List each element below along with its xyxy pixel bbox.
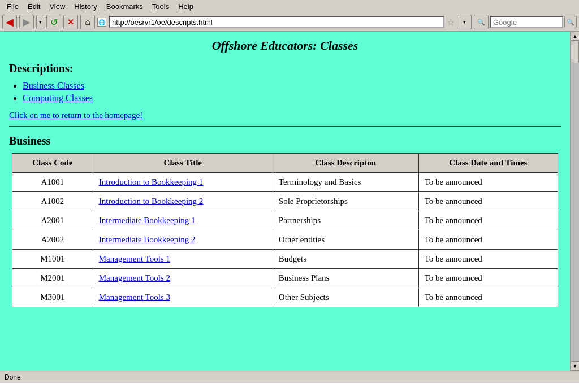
cell-code: M3001	[12, 288, 93, 307]
class-title-link[interactable]: Management Tools 3	[99, 293, 170, 302]
search-container: 🔍 🔍	[474, 15, 577, 29]
menu-history[interactable]: History	[70, 1, 101, 12]
menu-tools[interactable]: Tools	[148, 1, 174, 12]
cell-code: A1002	[12, 192, 93, 211]
cell-dates: To be announced	[418, 173, 558, 192]
cell-title: Management Tools 3	[93, 288, 273, 307]
cell-dates: To be announced	[418, 211, 558, 230]
table-header-row: Class Code Class Title Class Descripton …	[12, 154, 558, 173]
cell-dates: To be announced	[418, 230, 558, 250]
cell-description: Other Subjects	[273, 288, 418, 307]
cell-description: Budgets	[273, 250, 418, 269]
table-row: M1001Management Tools 1BudgetsTo be anno…	[12, 250, 558, 269]
cell-code: A2001	[12, 211, 93, 230]
cell-dates: To be announced	[418, 288, 558, 307]
col-header-description: Class Descripton	[273, 154, 418, 173]
table-row: M2001Management Tools 2Business PlansTo …	[12, 269, 558, 288]
cell-code: A1001	[12, 173, 93, 192]
scrollbar: ▲ ▼	[570, 32, 579, 371]
class-table: Class Code Class Title Class Descripton …	[12, 153, 558, 307]
table-row: A1001Introduction to Bookkeeping 1Termin…	[12, 173, 558, 192]
address-bar-container: 🌐 ☆ ▾	[97, 15, 472, 29]
menu-bookmarks[interactable]: Bookmarks	[102, 1, 148, 12]
col-header-title: Class Title	[93, 154, 273, 173]
scrollbar-track[interactable]	[571, 41, 579, 361]
address-icon: 🌐	[97, 18, 106, 27]
divider	[9, 126, 561, 127]
nav-links-list: Business Classes Computing Classes	[9, 81, 561, 103]
forward-button[interactable]: ▶	[19, 15, 34, 29]
address-input[interactable]	[109, 16, 444, 28]
scrollbar-up-button[interactable]: ▲	[571, 32, 579, 41]
computing-classes-link[interactable]: Computing Classes	[23, 93, 93, 103]
nav-dropdown-button[interactable]: ▾	[36, 15, 44, 29]
table-row: A2002Intermediate Bookkeeping 2Other ent…	[12, 230, 558, 250]
class-title-link[interactable]: Intermediate Bookkeeping 1	[99, 216, 196, 225]
cell-code: M2001	[12, 269, 93, 288]
toolbar: ◀ ▶ ▾ ↺ ✕ ⌂ 🌐 ☆ ▾ 🔍 🔍	[0, 13, 579, 31]
cell-title: Management Tools 2	[93, 269, 273, 288]
search-input[interactable]	[490, 16, 563, 28]
class-title-link[interactable]: Management Tools 2	[99, 273, 170, 282]
scrollbar-thumb[interactable]	[571, 41, 579, 63]
cell-title: Introduction to Bookkeeping 2	[93, 192, 273, 211]
col-header-dates: Class Date and Times	[418, 154, 558, 173]
reload-button[interactable]: ↺	[46, 15, 61, 29]
browser-chrome: File Edit View History Bookmarks Tools H…	[0, 0, 579, 32]
scrollbar-down-button[interactable]: ▼	[571, 361, 579, 371]
homepage-link[interactable]: Click on me to return to the homepage!	[9, 111, 142, 120]
table-row: A1002Introduction to Bookkeeping 2Sole P…	[12, 192, 558, 211]
menu-bar: File Edit View History Bookmarks Tools H…	[0, 0, 579, 13]
class-title-link[interactable]: Management Tools 1	[99, 254, 170, 263]
page-content: Offshore Educators: Classes Descriptions…	[0, 32, 570, 371]
cell-code: M1001	[12, 250, 93, 269]
cell-title: Management Tools 1	[93, 250, 273, 269]
status-bar: Done	[0, 371, 579, 383]
cell-dates: To be announced	[418, 250, 558, 269]
stop-button[interactable]: ✕	[63, 15, 78, 29]
search-engine-icon[interactable]: 🔍	[474, 15, 489, 29]
col-header-code: Class Code	[12, 154, 93, 173]
search-go-button[interactable]: 🔍	[564, 16, 577, 28]
status-text: Done	[5, 373, 21, 381]
class-title-link[interactable]: Intermediate Bookkeeping 2	[99, 235, 196, 244]
cell-description: Other entities	[273, 230, 418, 250]
page-title: Offshore Educators: Classes	[9, 38, 561, 53]
table-row: M3001Management Tools 3Other SubjectsTo …	[12, 288, 558, 307]
cell-dates: To be announced	[418, 192, 558, 211]
bookmark-star-icon[interactable]: ☆	[447, 17, 455, 28]
cell-description: Partnerships	[273, 211, 418, 230]
cell-title: Introduction to Bookkeeping 1	[93, 173, 273, 192]
cell-dates: To be announced	[418, 269, 558, 288]
star-dropdown-button[interactable]: ▾	[457, 15, 472, 29]
back-button[interactable]: ◀	[2, 15, 17, 29]
menu-help[interactable]: Help	[174, 1, 198, 12]
descriptions-heading: Descriptions:	[9, 62, 561, 75]
menu-edit[interactable]: Edit	[23, 1, 45, 12]
class-title-link[interactable]: Introduction to Bookkeeping 1	[99, 177, 204, 186]
table-row: A2001Intermediate Bookkeeping 1Partnersh…	[12, 211, 558, 230]
menu-file[interactable]: File	[2, 1, 23, 12]
business-heading: Business	[9, 134, 561, 147]
list-item: Business Classes	[23, 81, 561, 91]
cell-title: Intermediate Bookkeeping 1	[93, 211, 273, 230]
cell-description: Sole Proprietorships	[273, 192, 418, 211]
class-title-link[interactable]: Introduction to Bookkeeping 2	[99, 197, 204, 206]
cell-code: A2002	[12, 230, 93, 250]
cell-title: Intermediate Bookkeeping 2	[93, 230, 273, 250]
home-button[interactable]: ⌂	[80, 15, 95, 29]
business-classes-link[interactable]: Business Classes	[23, 81, 84, 90]
menu-view[interactable]: View	[45, 1, 70, 12]
content-wrapper: Offshore Educators: Classes Descriptions…	[0, 32, 579, 371]
cell-description: Terminology and Basics	[273, 173, 418, 192]
list-item: Computing Classes	[23, 93, 561, 103]
cell-description: Business Plans	[273, 269, 418, 288]
